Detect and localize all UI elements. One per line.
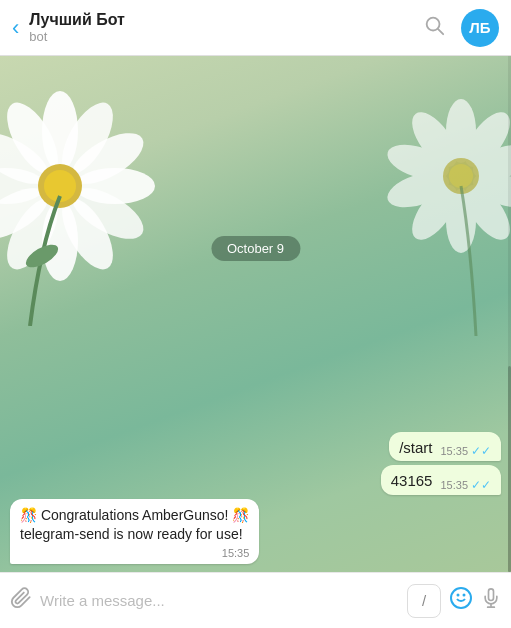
chat-header: ‹ Лучший Бот bot ЛБ (0, 0, 511, 56)
message-meta-2: 15:35 ✓✓ (440, 479, 491, 491)
message-check-1: ✓✓ (471, 445, 491, 457)
svg-point-28 (449, 164, 473, 188)
message-text-1: /start (399, 438, 432, 458)
message-out-1: /start 15:35 ✓✓ (389, 432, 501, 462)
flower-left-decoration (0, 56, 190, 326)
attach-button[interactable] (10, 587, 32, 615)
back-button[interactable]: ‹ (12, 17, 19, 39)
header-actions: ЛБ (423, 9, 499, 47)
message-meta-3: 15:35 (20, 547, 249, 559)
emoji-button[interactable] (449, 586, 473, 616)
message-check-2: ✓✓ (471, 479, 491, 491)
message-input[interactable] (40, 592, 399, 609)
input-bar: / (0, 572, 511, 628)
message-time-3: 15:35 (222, 547, 250, 559)
message-text-2: 43165 (391, 471, 433, 491)
messages-container: /start 15:35 ✓✓ 43165 15:35 ✓✓ 🎊 Congrat… (0, 432, 511, 564)
message-text-3: 🎊 Congratulations AmberGunso! 🎊telegram-… (20, 506, 249, 545)
command-button[interactable]: / (407, 584, 441, 618)
message-meta-1: 15:35 ✓✓ (440, 445, 491, 457)
mic-button[interactable] (481, 588, 501, 613)
header-info: Лучший Бот bot (29, 11, 423, 44)
message-time-2: 15:35 (440, 479, 468, 491)
svg-point-29 (451, 588, 471, 608)
message-time-1: 15:35 (440, 445, 468, 457)
chat-area: October 9 /start 15:35 ✓✓ 43165 15:35 ✓✓… (0, 56, 511, 572)
message-out-2: 43165 15:35 ✓✓ (381, 465, 501, 495)
command-icon: / (422, 592, 426, 609)
search-icon[interactable] (423, 14, 445, 41)
avatar[interactable]: ЛБ (461, 9, 499, 47)
flower-right-decoration (331, 76, 511, 336)
chat-subtitle: bot (29, 29, 423, 44)
chat-title: Лучший Бот (29, 11, 423, 29)
message-in-1: 🎊 Congratulations AmberGunso! 🎊telegram-… (10, 499, 259, 564)
svg-line-1 (438, 29, 443, 34)
date-badge: October 9 (211, 236, 300, 261)
